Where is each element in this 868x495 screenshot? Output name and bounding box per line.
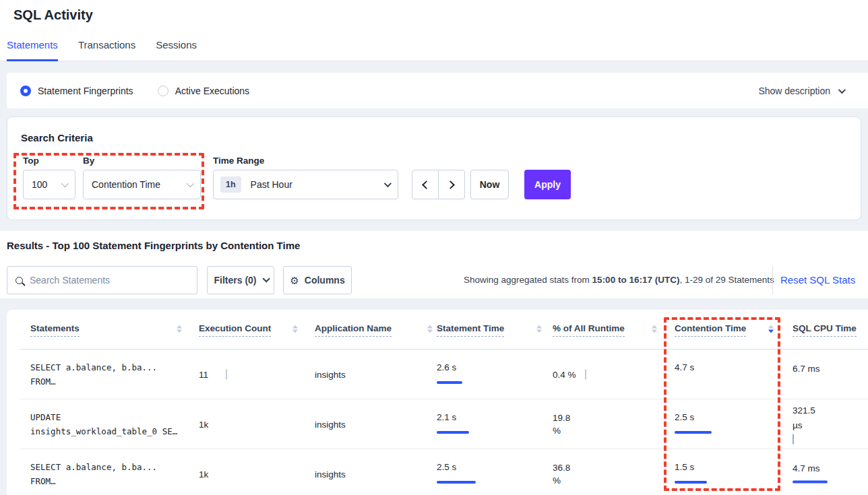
sql-cpu-time-bar bbox=[793, 477, 820, 486]
application-name-cell: insights bbox=[315, 469, 346, 480]
top-label: Top bbox=[23, 156, 39, 166]
column-header-statement-time[interactable]: Statement Time bbox=[437, 323, 504, 337]
top-select-value: 100 bbox=[32, 179, 47, 190]
application-name-cell: insights bbox=[315, 370, 346, 380]
execution-count-cell: 11 bbox=[199, 370, 227, 380]
view-toggle-row: Statement Fingerprints Active Executions… bbox=[7, 73, 868, 108]
sort-icon[interactable] bbox=[427, 325, 433, 333]
table-header-row: Statements Execution Count Application N… bbox=[7, 310, 868, 350]
statement-time-cell: 2.5 s bbox=[437, 462, 456, 486]
zero-bar-tick bbox=[585, 370, 586, 380]
search-icon bbox=[16, 277, 23, 284]
search-criteria-title: Search Criteria bbox=[21, 132, 93, 143]
chevron-down-icon bbox=[61, 180, 69, 187]
tab-sessions[interactable]: Sessions bbox=[156, 39, 197, 61]
table-row: SELECT a.balance, b.ba...FROM… 11 insigh… bbox=[7, 350, 868, 399]
chevron-down-icon bbox=[838, 86, 846, 93]
summary-time-range: 15:00 to 16:17 (UTC) bbox=[592, 275, 680, 285]
statement-fingerprint-link[interactable]: SELECT a.balance, b.ba...FROM… bbox=[30, 360, 157, 389]
tab-bar: Statements Transactions Sessions bbox=[7, 39, 197, 61]
results-title: Results - Top 100 Statement Fingerprints… bbox=[7, 240, 300, 251]
contention-time-cell: 1.5 s bbox=[675, 462, 694, 486]
time-range-select[interactable]: 1h Past Hour bbox=[213, 170, 398, 199]
next-time-range-button[interactable] bbox=[438, 170, 465, 199]
zero-bar-tick bbox=[226, 370, 227, 380]
sort-icon-active-desc[interactable] bbox=[768, 325, 774, 333]
columns-button[interactable]: ⚙ Columns bbox=[283, 266, 352, 294]
apply-button[interactable]: Apply bbox=[524, 170, 571, 199]
time-range-value: Past Hour bbox=[251, 179, 292, 190]
search-statements-input[interactable] bbox=[30, 275, 178, 286]
sort-icon[interactable] bbox=[177, 325, 182, 333]
radio-active-executions-label: Active Executions bbox=[175, 86, 250, 96]
execution-count-bar bbox=[226, 420, 301, 429]
radio-active-executions[interactable]: Active Executions bbox=[158, 86, 250, 96]
filters-button[interactable]: Filters (0) bbox=[207, 266, 274, 294]
tab-transactions[interactable]: Transactions bbox=[78, 39, 135, 61]
vertical-divider bbox=[772, 266, 773, 294]
chevron-right-icon bbox=[446, 180, 455, 189]
radio-selected-icon bbox=[20, 86, 31, 96]
pct-runtime-bar bbox=[585, 420, 660, 429]
pct-runtime-cell: 36.8% bbox=[553, 461, 662, 487]
search-statements-box bbox=[7, 266, 197, 294]
sql-cpu-time-cell: 321.5 µs bbox=[793, 405, 815, 444]
table-row: UPDATEinsights_workload_table_0 SE… 1k i… bbox=[7, 399, 868, 449]
tab-statements[interactable]: Statements bbox=[7, 39, 58, 61]
top-select[interactable]: 100 bbox=[23, 170, 75, 199]
time-range-content: 1h Past Hour bbox=[220, 176, 292, 193]
search-criteria-card: Search Criteria Top 100 By Contention Ti… bbox=[7, 117, 861, 220]
radio-statement-fingerprints[interactable]: Statement Fingerprints bbox=[20, 86, 133, 96]
execution-count-cell: 1k bbox=[199, 469, 301, 480]
prev-time-range-button[interactable] bbox=[412, 170, 439, 199]
show-description-toggle[interactable]: Show description bbox=[758, 73, 844, 108]
summary-prefix: Showing aggregated stats from bbox=[464, 275, 592, 285]
radio-unselected-icon bbox=[158, 86, 168, 96]
contention-time-bar bbox=[675, 477, 694, 486]
statement-time-cell: 2.1 s bbox=[437, 412, 456, 436]
top-bar: SQL Activity Statements Transactions Ses… bbox=[0, 0, 868, 61]
column-header-pct-of-runtime[interactable]: % of All Runtime bbox=[553, 323, 625, 337]
by-label: By bbox=[83, 156, 94, 166]
column-header-application-name[interactable]: Application Name bbox=[315, 323, 392, 337]
show-description-label: Show description bbox=[758, 86, 830, 96]
statement-time-bar bbox=[437, 428, 456, 436]
statement-time-bar bbox=[437, 378, 456, 387]
contention-time-cell: 2.5 s bbox=[675, 412, 694, 436]
sort-icon[interactable] bbox=[536, 325, 542, 333]
stats-summary: Showing aggregated stats from 15:00 to 1… bbox=[464, 266, 765, 294]
statement-fingerprint-link[interactable]: SELECT a.balance, b.ba...FROM… bbox=[30, 460, 157, 488]
sql-activity-page: SQL Activity Statements Transactions Ses… bbox=[0, 0, 868, 495]
by-select-value: Contention Time bbox=[92, 179, 160, 190]
sort-icon[interactable] bbox=[292, 325, 298, 333]
sort-icon[interactable] bbox=[652, 325, 657, 333]
page-title: SQL Activity bbox=[13, 7, 93, 23]
column-header-statements[interactable]: Statements bbox=[30, 323, 80, 337]
execution-count-cell: 1k bbox=[199, 420, 301, 430]
contention-time-bar bbox=[675, 378, 694, 387]
sql-cpu-time-bar bbox=[793, 378, 820, 387]
results-section: Results - Top 100 Statement Fingerprints… bbox=[0, 231, 868, 298]
chevron-left-icon bbox=[422, 180, 431, 189]
radio-statement-fingerprints-label: Statement Fingerprints bbox=[38, 86, 133, 96]
column-header-execution-count[interactable]: Execution Count bbox=[199, 323, 271, 337]
pct-runtime-cell: 19.8% bbox=[553, 411, 660, 437]
statement-time-cell: 2.6 s bbox=[437, 362, 456, 387]
statement-fingerprint-link[interactable]: UPDATEinsights_workload_table_0 SE… bbox=[30, 410, 177, 438]
column-header-contention-time[interactable]: Contention Time bbox=[675, 323, 746, 337]
contention-time-bar bbox=[675, 428, 694, 436]
chevron-down-icon bbox=[262, 275, 270, 282]
column-header-sql-cpu-time[interactable]: SQL CPU Time bbox=[793, 323, 857, 337]
reset-sql-stats-link[interactable]: Reset SQL Stats bbox=[780, 266, 855, 294]
chevron-down-icon bbox=[384, 180, 392, 187]
now-button[interactable]: Now bbox=[470, 170, 509, 199]
by-select[interactable]: Contention Time bbox=[83, 170, 201, 199]
zero-bar-tick bbox=[793, 434, 794, 444]
time-range-badge: 1h bbox=[220, 176, 241, 193]
table-row: SELECT a.balance, b.ba...FROM… 1k insigh… bbox=[7, 449, 868, 495]
time-range-nav bbox=[412, 170, 465, 199]
sql-cpu-time-cell: 4.7 ms bbox=[793, 463, 820, 486]
filters-button-label: Filters (0) bbox=[214, 275, 256, 286]
pct-runtime-bar bbox=[585, 470, 662, 479]
sql-cpu-time-cell: 6.7 ms bbox=[793, 363, 820, 387]
